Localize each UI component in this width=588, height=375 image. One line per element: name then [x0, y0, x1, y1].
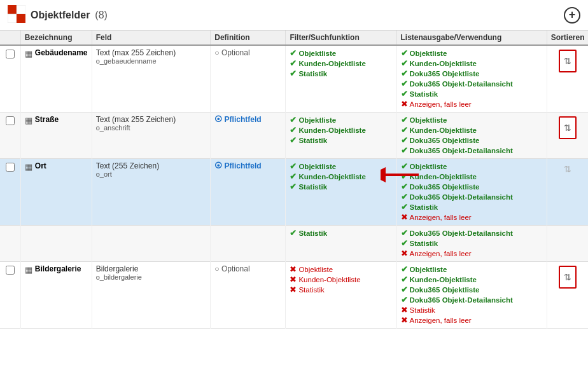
tag: ✔ Objektliste [290, 161, 392, 171]
tag: ✔ Objektliste [290, 115, 392, 125]
tag: ✔ Statistik [290, 69, 392, 78]
col-feld: Feld [92, 31, 211, 45]
row-liste: ✔ Objektliste✔ Kunden-Objektliste✔ Doku3… [396, 262, 547, 329]
tag: ✔ Kunden-Objektliste [401, 275, 543, 284]
col-filter: Filter/Suchfunktion [286, 31, 396, 45]
tag: ✖ Anzeigen, falls leer [401, 99, 543, 109]
bezeichnung-label: Bildergalerie [35, 264, 81, 273]
tag: ✔ Statistik [290, 135, 392, 145]
tag: ✔ Kunden-Objektliste [290, 125, 392, 135]
tag: ✔ Doku365 Objektliste [401, 285, 543, 294]
sort-area: ⇅ [551, 161, 584, 174]
row-check[interactable] [0, 159, 20, 226]
field-icon: ▦ [25, 265, 32, 275]
tag: ✔ Doku365 Objekt-Detailansicht [401, 295, 543, 304]
table-row: ▦ Bildergalerie Bildergalerie o_bilderga… [0, 262, 588, 329]
table-header: Bezeichnung Feld Definition Filter/Suchf… [0, 31, 588, 45]
svg-rect-2 [8, 14, 17, 23]
col-check [0, 31, 20, 45]
row-bezeichnung [20, 226, 92, 262]
row-feld: Text (255 Zeichen) o_ort [92, 159, 211, 226]
svg-rect-0 [8, 5, 17, 14]
row-checkbox[interactable] [6, 163, 15, 172]
tag: ✔ Doku365 Objektliste [401, 135, 543, 145]
row-check[interactable] [0, 262, 20, 329]
row-sort: ⇅ [547, 159, 588, 226]
tag: ✔ Kunden-Objektliste [290, 58, 392, 68]
tag: ✔ Statistik [290, 228, 392, 238]
row-checkbox[interactable] [6, 116, 15, 125]
row-sort: ⇅ [547, 262, 588, 329]
row-sort [547, 226, 588, 262]
tag: ✔ Objektliste [401, 264, 543, 274]
row-bezeichnung: ▦ Gebäudename [20, 45, 92, 112]
field-name: o_ort [96, 170, 207, 178]
col-definition: Definition [211, 31, 286, 45]
row-feld: Bildergalerie o_bildergalerie [92, 262, 211, 329]
row-definition: ⦿ Pflichtfeld [211, 112, 286, 159]
row-definition: ○ Optional [211, 262, 286, 329]
tag: ✖ Anzeigen, falls leer [401, 212, 543, 222]
table-row: ▦ Straße Text (max 255 Zeichen) o_anschr… [0, 112, 588, 159]
tag: ✔ Statistik [401, 89, 543, 99]
row-checkbox[interactable] [6, 50, 15, 58]
field-name: o_anschrift [96, 124, 207, 132]
table-row: ▦ Ort Text (255 Zeichen) o_ort ⦿ Pflicht… [0, 159, 588, 226]
tag: ✔ Statistik [401, 238, 543, 248]
tag: ✔ Doku365 Objekt-Detailansicht [401, 228, 543, 238]
page-title: Objektfelder [31, 10, 90, 21]
row-check[interactable] [0, 112, 20, 159]
row-bezeichnung: ▦ Bildergalerie [20, 262, 92, 329]
page-count: (8) [95, 10, 108, 21]
field-icon: ▦ [25, 116, 32, 125]
field-icon: ▦ [25, 162, 32, 172]
tag: ✔ Doku365 Objekt-Detailansicht [401, 79, 543, 88]
tag: ✔ Statistik [401, 202, 543, 212]
page-header: Objektfelder (8) + [0, 0, 588, 31]
tag: ✖ Statistik [401, 305, 543, 315]
col-sortieren: Sortieren [547, 31, 588, 45]
bezeichnung-label: Straße [35, 115, 59, 124]
row-bezeichnung: ▦ Straße [20, 112, 92, 159]
row-definition: ⦿ Pflichtfeld [211, 159, 286, 226]
row-liste: ✔ Doku365 Objekt-Detailansicht✔ Statisti… [396, 226, 547, 262]
table-row: ▦ Gebäudename Text (max 255 Zeichen) o_g… [0, 45, 588, 112]
row-filter: ✖ Objektliste✖ Kunden-Objektliste✖ Stati… [286, 262, 396, 329]
row-sort: ⇅ [547, 112, 588, 159]
sort-button[interactable]: ⇅ [559, 116, 577, 139]
bezeichnung-label: Ort [35, 161, 46, 170]
tag: ✖ Statistik [290, 285, 392, 294]
row-liste: ✔ Objektliste✔ Kunden-Objektliste✔ Doku3… [396, 45, 547, 112]
field-name: o_gebaeudenname [96, 57, 207, 65]
add-button[interactable]: + [564, 7, 580, 24]
row-feld: Text (max 255 Zeichen) o_anschrift [92, 112, 211, 159]
field-type: Text (max 255 Zeichen) [96, 115, 207, 124]
col-liste: Listenausgabe/Verwendung [396, 31, 547, 45]
row-bezeichnung: ▦ Ort [20, 159, 92, 226]
svg-rect-1 [17, 5, 25, 14]
row-filter: ✔ Objektliste✔ Kunden-Objektliste✔ Stati… [286, 112, 396, 159]
row-checkbox[interactable] [6, 266, 15, 275]
tag: ✖ Anzeigen, falls leer [401, 315, 543, 325]
col-bezeichnung: Bezeichnung [20, 31, 92, 45]
field-type: Text (max 255 Zeichen) [96, 48, 207, 57]
tag: ✔ Kunden-Objektliste [290, 172, 392, 181]
field-icon: ▦ [25, 49, 32, 58]
tag: ✔ Statistik [290, 182, 392, 191]
row-feld: Text (max 255 Zeichen) o_gebaeudenname [92, 45, 211, 112]
row-filter: ✔ Objektliste✔ Kunden-Objektliste✔ Stati… [286, 45, 396, 112]
sort-button[interactable]: ⇅ [559, 50, 577, 72]
sort-button[interactable]: ⇅ [559, 266, 577, 289]
tag: ✔ Objektliste [401, 115, 543, 125]
field-type: Bildergalerie [96, 264, 207, 273]
tag: ✔ Kunden-Objektliste [401, 58, 543, 68]
row-check[interactable] [0, 45, 20, 112]
row-definition: ○ Optional [211, 45, 286, 112]
table-row: ✔ Statistik ✔ Doku365 Objekt-Detailansic… [0, 226, 588, 262]
row-filter: ✔ Statistik [286, 226, 396, 262]
row-sort: ⇅ [547, 45, 588, 112]
field-name: o_bildergalerie [96, 273, 207, 281]
tag: ✔ Objektliste [401, 48, 543, 58]
bezeichnung-label: Gebäudename [35, 48, 88, 57]
row-feld [92, 226, 211, 262]
